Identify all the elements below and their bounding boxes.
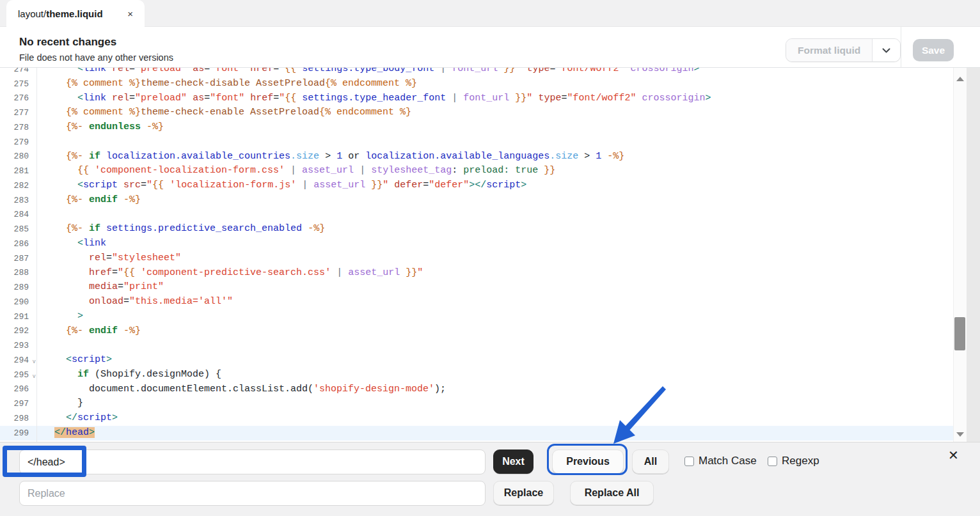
gutter: 2742752762772782792802812822832842852862… [0,68,54,441]
regexp-checkbox[interactable] [768,457,777,466]
line-number[interactable]: 291 [0,309,54,324]
line-number[interactable]: 274 [0,68,54,77]
format-liquid-group: Format liquid [786,38,901,62]
tab-close-icon[interactable]: × [125,8,136,20]
line-number[interactable]: 298 [0,411,54,426]
close-find-icon[interactable]: ✕ [945,448,961,463]
scrollbar-thumb[interactable] [954,317,965,350]
fold-chevron-icon[interactable]: v [33,358,36,364]
code-line[interactable]: {%- if localization.available_countries.… [54,150,711,164]
code-line[interactable]: </script> [54,411,711,426]
code-line[interactable]: {%- endif -%} [54,193,711,208]
scrollbar-track[interactable] [953,68,967,442]
line-number[interactable]: 277 [0,106,54,120]
line-number[interactable]: 297 [0,396,54,411]
line-number[interactable]: 281 [0,164,54,178]
line-number[interactable]: 295v [0,368,54,382]
replace-input[interactable] [19,481,486,506]
regexp-label: Regexp [782,455,819,467]
page-subtitle: File does not have any other versions [19,52,173,63]
code-line[interactable]: } [54,396,711,411]
code-line[interactable]: <link [54,237,711,251]
code-line[interactable]: {% comment %}theme-check-disable AssetPr… [54,77,711,91]
code-line[interactable]: <script> [54,353,711,368]
find-replace-bar: Next Previous All Replace Replace All [0,442,980,516]
fold-chevron-icon[interactable]: v [33,373,36,379]
line-number[interactable]: 292 [0,324,54,339]
line-number[interactable]: 279 [0,135,54,150]
chevron-down-icon [882,48,890,53]
line-number[interactable]: 282 [0,178,54,193]
code-line[interactable] [54,338,711,353]
tab-bar: layout/theme.liquid × [0,0,980,27]
line-number[interactable]: 278 [0,120,54,135]
tab-label: layout/theme.liquid [18,8,103,19]
line-number[interactable]: 290 [0,295,54,309]
match-case-checkbox[interactable] [684,457,694,466]
code-line[interactable]: {%- endif -%} [54,324,711,339]
code-line[interactable]: document.documentElement.classList.add('… [54,382,711,397]
code-line[interactable]: {%- endunless -%} [54,120,711,135]
line-number[interactable]: 294v [0,353,54,368]
line-number[interactable]: 296 [0,382,54,397]
match-case-group: Match Case [684,449,757,473]
line-number[interactable]: 293 [0,338,54,353]
code-line[interactable]: <link rel="preload" as="font" href="{{ s… [54,91,711,106]
regexp-group: Regexp [768,449,819,473]
line-number[interactable]: 276 [0,91,54,106]
next-button[interactable]: Next [493,450,533,474]
code-line[interactable]: rel="stylesheet" [54,251,711,266]
editor-right-margin [967,68,980,442]
format-dropdown-button[interactable] [872,39,900,61]
line-number[interactable]: 286 [0,237,54,251]
code-line[interactable] [54,208,711,223]
all-button[interactable]: All [632,450,669,474]
line-number[interactable]: 287 [0,251,54,266]
code-line[interactable]: {%- if settings.predictive_search_enable… [54,222,711,237]
code-line[interactable]: {{ 'component-localization-form.css' | a… [54,164,711,178]
code-lines[interactable]: <link rel="preload" as="font" href="{{ s… [54,68,711,441]
code-line[interactable]: </head> [54,426,711,441]
save-button[interactable]: Save [913,39,954,61]
code-line[interactable]: onload="this.media='all'" [54,295,711,309]
code-line[interactable]: <script src="{{ 'localization-form.js' |… [54,178,711,193]
code-line[interactable]: media="print" [54,280,711,295]
code-line[interactable]: {% comment %}theme-check-enable AssetPre… [54,106,711,120]
code-line[interactable]: if (Shopify.designMode) { [54,368,711,382]
match-case-label: Match Case [699,455,757,467]
scrollbar-down-arrow[interactable] [956,432,964,437]
scrollbar-up-arrow[interactable] [956,77,964,81]
page-title: No recent changes [19,36,116,49]
code-line[interactable]: <link rel="preload" as="font" href="{{ s… [54,68,711,77]
code-editor[interactable]: 2742752762772782792802812822832842852862… [0,68,980,442]
previous-button[interactable]: Previous [552,450,624,474]
search-input[interactable] [19,450,486,474]
replace-button[interactable]: Replace [493,481,554,505]
code-line[interactable] [54,135,711,150]
tab-theme-liquid[interactable]: layout/theme.liquid × [6,0,145,27]
line-number[interactable]: 280 [0,150,54,164]
format-liquid-button[interactable]: Format liquid [786,39,872,61]
line-number[interactable]: 288 [0,266,54,281]
code-line[interactable]: href="{{ 'component-predictive-search.cs… [54,266,711,281]
replace-all-button[interactable]: Replace All [570,481,654,505]
header-divider [901,27,901,67]
line-number[interactable]: 283 [0,193,54,208]
line-number[interactable]: 299 [0,426,54,441]
line-number[interactable]: 275 [0,77,54,91]
file-header: No recent changes File does not have any… [0,27,980,68]
line-number[interactable]: 289 [0,280,54,295]
code-line[interactable]: > [54,309,711,324]
line-number[interactable]: 285 [0,222,54,237]
line-number[interactable]: 284 [0,208,54,223]
